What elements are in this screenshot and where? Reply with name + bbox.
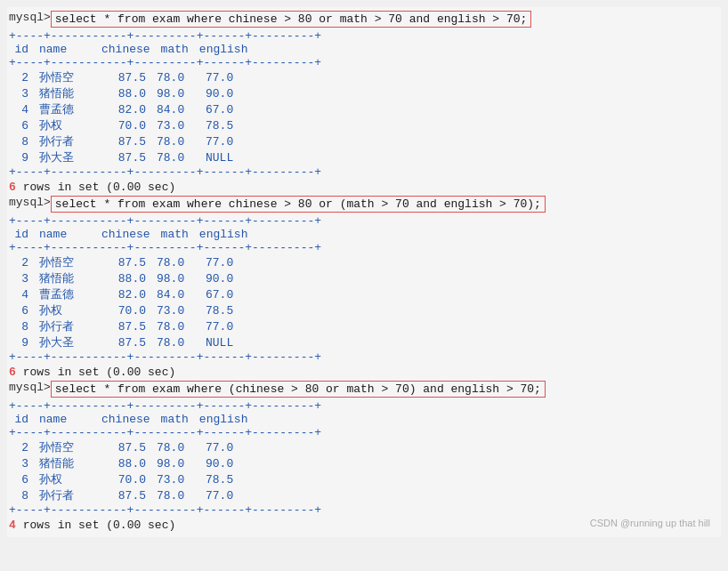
result-table-3: id name chinese math english xyxy=(9,413,253,426)
sep-mid-1: +----+-----------+---------+------+-----… xyxy=(9,56,719,69)
table-row: 8 孙行者 87.5 78.0 77.0 xyxy=(9,133,239,149)
terminal-container: mysql> select * from exam where chinese … xyxy=(7,7,721,537)
table-row: 8 孙行者 87.5 78.0 77.0 xyxy=(9,318,239,334)
prompt-line-3: mysql> select * from exam where (chinese… xyxy=(9,381,719,398)
prompt-label-1: mysql> xyxy=(9,11,51,24)
result-data-2: 2 孙悟空 87.5 78.0 77.0 3 猪悟能 88.0 98.0 90.… xyxy=(9,254,239,350)
col-chinese-1: chinese xyxy=(96,43,156,56)
sep-mid-3: +----+-----------+---------+------+-----… xyxy=(9,426,719,439)
result-table-2: id name chinese math english xyxy=(9,228,253,241)
watermark: CSDN @running up that hill xyxy=(590,518,710,528)
table-row: 9 孙大圣 87.5 78.0 NULL xyxy=(9,149,239,165)
table-row: 2 孙悟空 87.5 78.0 77.0 xyxy=(9,69,239,85)
prompt-line-1: mysql> select * from exam where chinese … xyxy=(9,11,719,28)
table-row: 3 猪悟能 88.0 98.0 90.0 xyxy=(9,85,239,101)
result-count-1: 6 rows in set (0.00 sec) xyxy=(9,181,719,194)
sep-bot-2: +----+-----------+---------+------+-----… xyxy=(9,350,719,364)
prompt-line-2: mysql> select * from exam where chinese … xyxy=(9,196,719,213)
table-row: 8 孙行者 87.5 78.0 77.0 xyxy=(9,487,239,503)
table-row: 2 孙悟空 87.5 78.0 77.0 xyxy=(9,439,239,455)
col-id-1: id xyxy=(9,43,34,56)
sql-query-2: select * from exam where chinese > 80 or… xyxy=(51,196,546,213)
table-header-2: id name chinese math english xyxy=(9,228,253,241)
table-block-3: +----+-----------+---------+------+-----… xyxy=(9,399,719,517)
sep-bot-1: +----+-----------+---------+------+-----… xyxy=(9,165,719,179)
result-table-1: id name chinese math english xyxy=(9,43,253,56)
count-num-1: 6 xyxy=(9,181,16,194)
col-math-1: math xyxy=(156,43,194,56)
rows-label-3: rows in set (0.00 sec) xyxy=(23,519,176,532)
sep-bot-3: +----+-----------+---------+------+-----… xyxy=(9,503,719,517)
prompt-label-3: mysql> xyxy=(9,381,51,394)
table-row: 6 孙权 70.0 73.0 78.5 xyxy=(9,471,239,487)
result-data-1: 2 孙悟空 87.5 78.0 77.0 3 猪悟能 88.0 98.0 90.… xyxy=(9,69,239,165)
table-row: 6 孙权 70.0 73.0 78.5 xyxy=(9,117,239,133)
result-count-2: 6 rows in set (0.00 sec) xyxy=(9,366,719,379)
rows-label-1: rows in set (0.00 sec) xyxy=(23,181,176,194)
sep-top-2: +----+-----------+---------+------+-----… xyxy=(9,214,719,228)
count-num-2: 6 xyxy=(9,366,16,379)
sep-mid-2: +----+-----------+---------+------+-----… xyxy=(9,241,719,254)
col-name-1: name xyxy=(34,43,96,56)
sql-query-3: select * from exam where (chinese > 80 o… xyxy=(51,381,546,398)
table-row: 4 曹孟德 82.0 84.0 67.0 xyxy=(9,286,239,302)
prompt-label-2: mysql> xyxy=(9,196,51,209)
table-row: 2 孙悟空 87.5 78.0 77.0 xyxy=(9,254,239,270)
table-header-1: id name chinese math english xyxy=(9,43,253,56)
sql-query-1: select * from exam where chinese > 80 or… xyxy=(51,11,532,28)
rows-label-2: rows in set (0.00 sec) xyxy=(23,366,176,379)
table-row: 9 孙大圣 87.5 78.0 NULL xyxy=(9,334,239,350)
table-block-1: +----+-----------+---------+------+-----… xyxy=(9,29,719,179)
table-row: 4 曹孟德 82.0 84.0 67.0 xyxy=(9,101,239,117)
col-english-1: english xyxy=(194,43,254,56)
table-block-2: +----+-----------+---------+------+-----… xyxy=(9,214,719,364)
result-data-3: 2 孙悟空 87.5 78.0 77.0 3 猪悟能 88.0 98.0 90.… xyxy=(9,439,239,503)
table-header-3: id name chinese math english xyxy=(9,413,253,426)
terminal: mysql> select * from exam where chinese … xyxy=(7,7,721,537)
sep-top-3: +----+-----------+---------+------+-----… xyxy=(9,399,719,413)
table-row: 3 猪悟能 88.0 98.0 90.0 xyxy=(9,270,239,286)
table-row: 6 孙权 70.0 73.0 78.5 xyxy=(9,302,239,318)
sep-top-1: +----+-----------+---------+------+-----… xyxy=(9,29,719,43)
table-row: 3 猪悟能 88.0 98.0 90.0 xyxy=(9,455,239,471)
count-num-3: 4 xyxy=(9,519,16,532)
